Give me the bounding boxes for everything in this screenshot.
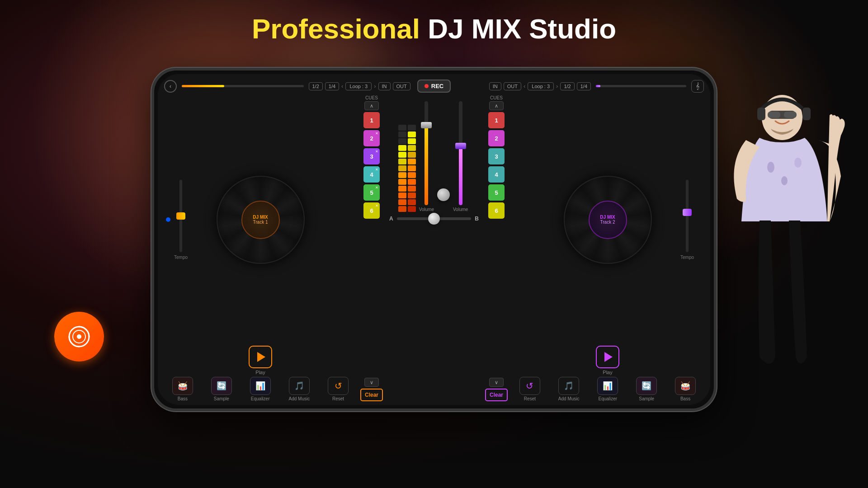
left-play-button[interactable] [249,346,272,368]
right-cue-pad-3[interactable]: 3 [488,148,505,164]
left-play-section: Play [249,346,272,375]
left-addmusic-btn[interactable]: 🎵 Add Music [289,377,310,401]
right-cues-up[interactable]: ∧ [489,101,504,110]
rec-button[interactable]: REC [417,80,451,93]
eq-cell [398,152,406,158]
left-sample-btn[interactable]: 🔄 Sample [211,377,232,401]
back-button-left[interactable]: ‹ [164,80,177,93]
in-btn-left[interactable]: IN [378,82,391,90]
right-clear-button[interactable]: Clear [485,389,508,401]
center-mixer: Volume Volume [387,95,481,401]
right-cues-label: CUES [490,95,503,100]
app-icon-svg [66,323,93,350]
right-cue-pad-5[interactable]: 5 [488,184,505,201]
right-top-controls: IN OUT ‹ Loop : 3 › 1/2 1/4 𝄞 [458,80,704,93]
half-btn-right[interactable]: 1/2 [560,82,574,90]
right-sample-label: Sample [639,396,654,401]
rec-label: REC [431,83,443,89]
app-icon[interactable] [54,312,104,361]
left-deck: Tempo DJ MIX Track 1 [164,95,357,401]
right-addmusic-btn[interactable]: 🎵 Add Music [558,377,580,401]
left-cue-pad-5[interactable]: 5× [363,184,380,201]
right-cue-pad-4[interactable]: 4 [488,166,505,183]
title-rest: DJ MIX Studio [420,13,616,44]
right-cue-pad-1[interactable]: 1 [488,112,505,128]
left-cue-pad-3[interactable]: 3× [363,148,380,164]
out-btn-right[interactable]: OUT [504,82,521,90]
svg-point-10 [781,176,788,185]
eq-cell [408,206,416,212]
vol-knob-right[interactable] [455,143,466,149]
left-top-controls: ‹ 1/2 1/4 ‹ Loop : 3 › IN OUT [164,80,410,93]
left-cue-pads: 1 2× 3× 4× 5× 6× [363,112,380,376]
right-eq-btn[interactable]: 📊 Equalizer [597,377,618,401]
right-cue-pads: 1 2 3 4 5 6 [488,112,505,376]
title-professional: Professional [252,13,420,44]
arrow-left-left[interactable]: ‹ [341,83,343,89]
right-cues-panel: CUES ∧ 1 2 3 4 5 6 ∨ Clear [483,95,509,401]
right-tempo-label: Tempo [680,255,694,260]
progress-fill-left [182,85,224,87]
left-bass-btn[interactable]: 🥁 Bass [172,377,193,401]
console-container: ‹ 1/2 1/4 ‹ Loop : 3 › IN OUT R [158,74,710,405]
right-reset-label: Reset [524,396,536,401]
svg-rect-7 [757,108,765,120]
left-bass-icon: 🥁 [172,377,193,395]
left-tempo-track [179,180,182,252]
rec-area: REC [417,80,451,93]
left-vinyl-label: DJ MIX Track 1 [241,201,280,239]
right-sample-btn[interactable]: 🔄 Sample [636,377,657,401]
eq-cell [408,152,416,158]
left-cue-pad-6[interactable]: 6× [363,202,380,219]
crossfader-knob[interactable] [437,188,450,201]
left-track-number: Track 1 [253,220,268,225]
out-btn-left[interactable]: OUT [393,82,410,90]
crossfader-thumb[interactable] [428,213,440,225]
eq-cell [398,186,406,192]
eq-cell [408,186,416,192]
arrow-right-right[interactable]: › [556,83,558,89]
left-side-indicator [166,217,170,222]
progress-bar-left-container [182,85,304,87]
right-play-button[interactable] [596,346,619,368]
right-cue-pad-2[interactable]: 2 [488,130,505,146]
eq-cell [398,159,406,164]
left-eq-label: Equalizer [251,396,270,401]
eq-cell [408,159,416,164]
left-cue-pad-4[interactable]: 4× [363,166,380,183]
left-bass-label: Bass [178,396,188,401]
svg-point-9 [767,162,774,173]
left-reset-btn[interactable]: ↺ Reset [328,377,349,401]
right-tempo-thumb[interactable] [683,209,692,216]
right-reset-btn[interactable]: ↺ Reset [519,377,540,401]
eq-cell [408,172,416,178]
quarter-btn-left[interactable]: 1/4 [325,82,339,90]
right-cues-down[interactable]: ∨ [489,378,504,387]
right-bass-btn[interactable]: 🥁 Bass [675,377,696,401]
left-tempo-thumb[interactable] [176,212,185,220]
left-cues-down[interactable]: ∨ [364,378,379,387]
left-cues-up[interactable]: ∧ [364,101,379,110]
vol-fill-right [459,143,462,205]
in-btn-right[interactable]: IN [489,82,501,90]
left-eq-btn[interactable]: 📊 Equalizer [250,377,271,401]
right-track-name: DJ MIX [600,215,615,220]
right-vinyl-record[interactable]: DJ MIX Track 2 [564,176,652,264]
left-cue-pad-1[interactable]: 1 [363,112,380,128]
right-addmusic-icon: 🎵 [558,377,579,395]
left-sample-label: Sample [214,396,229,401]
quarter-btn-right[interactable]: 1/4 [577,82,591,90]
arrow-right-left[interactable]: › [374,83,376,89]
left-clear-button[interactable]: Clear [360,389,383,401]
left-cue-pad-2[interactable]: 2× [363,130,380,146]
eq-cell [408,125,416,131]
crossfader-track [397,217,472,220]
right-track-number: Track 2 [600,220,615,225]
right-tempo-track [686,180,689,252]
half-btn-left[interactable]: 1/2 [309,82,323,90]
arrow-left-right[interactable]: ‹ [524,83,525,89]
right-cue-pad-6[interactable]: 6 [488,202,505,219]
left-vinyl-record[interactable]: DJ MIX Track 1 [217,176,305,264]
vol-knob-left[interactable] [421,122,432,128]
left-addmusic-label: Add Music [289,396,310,401]
